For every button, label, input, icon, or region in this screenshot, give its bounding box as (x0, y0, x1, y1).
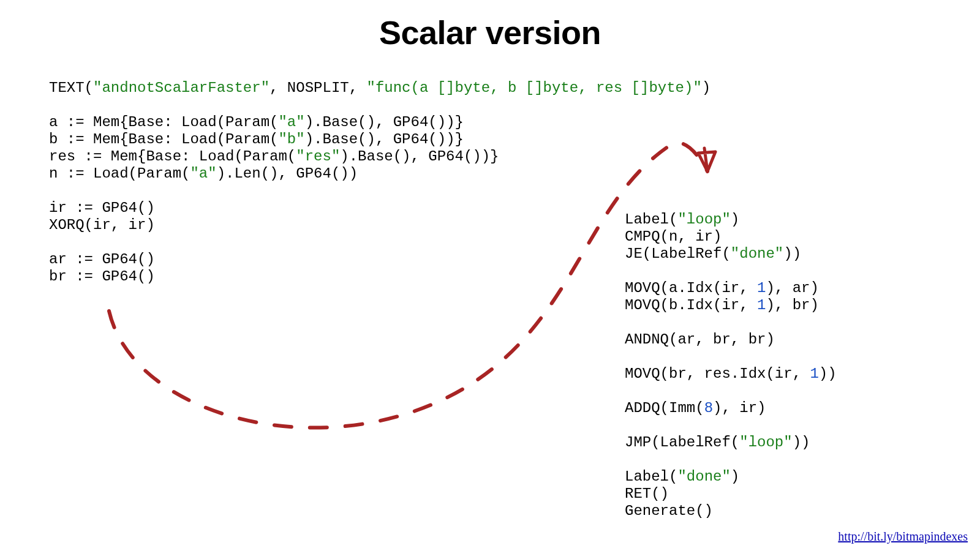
code-token: )) (793, 434, 810, 451)
code-token: Label( (625, 211, 677, 228)
string-literal: "res" (296, 148, 340, 165)
number-literal: 1 (810, 365, 818, 382)
code-token: )) (783, 246, 801, 262)
string-literal: "b" (278, 131, 304, 148)
code-token: XORQ(ir, ir) (49, 217, 155, 233)
code-token: res := Mem{Base: Load(Param( (49, 148, 296, 165)
code-token: ar := GP64() (49, 251, 155, 268)
code-token: a := Mem{Base: Load(Param( (49, 114, 278, 130)
code-token: ).Base(), GP64())} (305, 114, 464, 130)
footer-link[interactable]: http://bit.ly/bitmapindexes (838, 530, 968, 544)
string-literal: "func(a []byte, b []byte, res []byte)" (367, 80, 702, 96)
code-token: ) (731, 211, 739, 228)
code-token: ) (702, 80, 710, 96)
code-block-left: TEXT("andnotScalarFaster", NOSPLIT, "fun… (49, 80, 710, 285)
code-token: MOVQ(br, res.Idx(ir, (625, 365, 810, 382)
code-token: CMPQ(n, ir) (625, 228, 722, 245)
code-token: ).Len(), GP64()) (217, 165, 358, 182)
code-token: br := GP64() (49, 268, 155, 285)
number-literal: 1 (757, 297, 766, 313)
code-token: ANDNQ(ar, br, br) (625, 331, 775, 348)
code-block-right: Label("loop") CMPQ(n, ir) JE(LabelRef("d… (625, 211, 837, 520)
number-literal: 1 (757, 280, 766, 296)
number-literal: 8 (704, 400, 713, 416)
code-token: MOVQ(b.Idx(ir, (625, 297, 757, 313)
code-token: ), ar) (766, 280, 818, 296)
code-token: MOVQ(a.Idx(ir, (625, 280, 757, 296)
code-token: Generate() (625, 503, 713, 519)
code-token: JMP(LabelRef( (625, 434, 739, 451)
code-token: , NOSPLIT, (270, 80, 366, 96)
slide-title: Scalar version (0, 13, 980, 51)
code-token: JE(LabelRef( (625, 246, 731, 262)
string-literal: "a" (190, 165, 216, 182)
string-literal: "a" (278, 114, 304, 130)
code-token: Label( (625, 468, 677, 485)
code-token: ).Base(), GP64())} (340, 148, 499, 165)
code-token: TEXT( (49, 80, 93, 96)
code-token: ), br) (766, 297, 818, 313)
string-literal: "loop" (677, 211, 730, 228)
string-literal: "loop" (739, 434, 792, 451)
code-token: RET() (625, 485, 669, 502)
code-token: )) (819, 365, 837, 382)
code-token: ), ir) (713, 400, 766, 416)
code-token: ) (731, 468, 739, 485)
string-literal: "done" (731, 246, 783, 262)
string-literal: "andnotScalarFaster" (93, 80, 270, 96)
code-token: ADDQ(Imm( (625, 400, 704, 416)
string-literal: "done" (677, 468, 730, 485)
code-token: b := Mem{Base: Load(Param( (49, 131, 278, 148)
code-token: ir := GP64() (49, 200, 155, 216)
code-token: ).Base(), GP64())} (305, 131, 464, 148)
code-token: n := Load(Param( (49, 165, 190, 182)
